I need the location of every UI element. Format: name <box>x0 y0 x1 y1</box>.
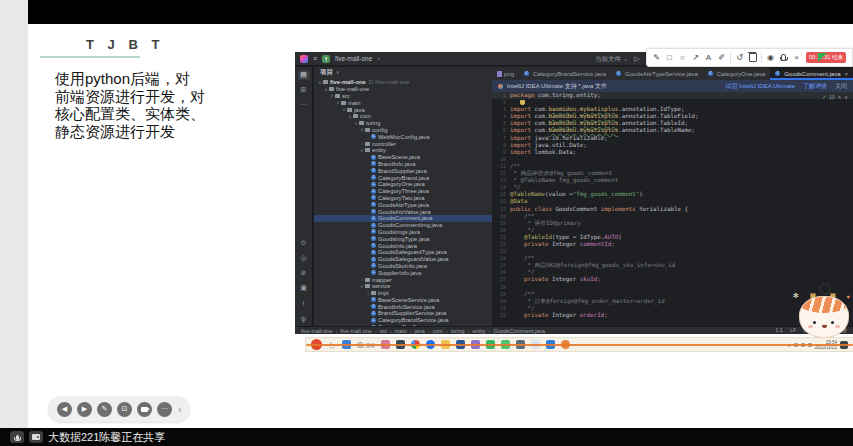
tree-item[interactable]: ∨five-mall-one <box>314 86 492 93</box>
tree-item[interactable]: CGoodsImgType.java <box>314 235 492 242</box>
camera-button[interactable] <box>137 402 152 417</box>
editor-tab[interactable]: CGoodsComment.java× <box>770 67 853 80</box>
tree-item[interactable]: ›impl <box>314 290 492 297</box>
tree-item[interactable]: ∨five-mall-oneD:\five-mall-one <box>314 79 492 86</box>
banner-text: IntelliJ IDEA Ultimate 支持 *.java 文件 <box>507 82 607 91</box>
close-icon[interactable]: × <box>790 53 803 62</box>
branch-tool-icon[interactable]: ψ <box>298 313 310 323</box>
tree-item[interactable]: ∨config <box>314 127 492 134</box>
inspections-widget[interactable]: ✔ 10 ∧ ∨ <box>822 94 848 100</box>
save-icon[interactable]: ◉ <box>764 53 777 62</box>
tree-item[interactable]: ∨src <box>314 93 492 100</box>
chevron-up-icon[interactable]: ∧ <box>838 94 842 100</box>
tree-item[interactable]: CGoodsComment.java <box>314 215 492 222</box>
pen-icon[interactable]: ✎ <box>650 53 663 62</box>
services-tool-icon[interactable]: ◎ <box>298 253 310 263</box>
notifications-tool-icon[interactable]: ! <box>298 298 310 308</box>
class-icon: C <box>371 209 376 214</box>
undo-icon[interactable]: ↺ <box>733 53 746 62</box>
problems-tool-icon[interactable]: ⊘ <box>298 268 310 278</box>
tree-item[interactable]: CGoodsImgs.java <box>314 229 492 236</box>
slide-paragraph: 使用python后端，对前端资源进行开发，对核心配置类、实体类、静态资源进行开发 <box>55 70 233 140</box>
breadcrumb-item[interactable]: five-mall-one <box>301 328 332 334</box>
tree-item[interactable]: ›controller <box>314 140 492 147</box>
terminal-tool-icon[interactable]: ▣ <box>298 283 310 293</box>
project-name[interactable]: five-mall-one <box>335 55 372 62</box>
breadcrumb-item[interactable]: src <box>380 328 387 334</box>
collapse-button[interactable]: ‹ <box>178 403 182 415</box>
tree-item[interactable]: ∨com <box>314 113 492 120</box>
close-icon[interactable]: × <box>845 71 849 77</box>
banner-link[interactable]: 了解详情 <box>803 82 827 91</box>
breadcrumb-item[interactable]: GoodsComment.java <box>493 328 545 334</box>
tree-item[interactable]: ∨entity <box>314 147 492 154</box>
chevron-down-icon[interactable]: ∨ <box>844 94 848 100</box>
mic-button[interactable] <box>10 431 24 443</box>
breadcrumb-item[interactable]: entity <box>472 328 485 334</box>
tree-item[interactable]: CGoodsAttrType.java <box>314 201 492 208</box>
tree-item[interactable]: CBaseScene.java <box>314 154 492 161</box>
next-button[interactable]: ▶ <box>77 402 92 417</box>
mic-icon[interactable] <box>777 54 790 61</box>
tree-item[interactable]: CBaseSceneService.java <box>314 297 492 304</box>
breadcrumb-item[interactable]: five-mall-one <box>340 328 371 334</box>
tree-item[interactable]: CCategoryTwo.java <box>314 195 492 202</box>
breadcrumb-item[interactable]: turing <box>451 328 465 334</box>
intention-bulb-icon[interactable] <box>520 100 525 105</box>
more-tools-icon[interactable]: ⋯ <box>298 100 310 110</box>
tree-item[interactable]: ∨service <box>314 283 492 290</box>
banner-link[interactable]: 试用 IntelliJ IDEA Ultimate <box>725 82 795 91</box>
run-tool-icon[interactable]: ⊙ <box>298 238 310 248</box>
editor-tab[interactable]: CCategoryBrandService.java <box>519 67 611 80</box>
status-widget[interactable]: 1:1 <box>775 327 783 334</box>
arrow-icon[interactable]: ↗ <box>689 53 702 62</box>
project-tool-icon[interactable]: ▤ <box>298 70 310 80</box>
tree-item[interactable]: ∨main <box>314 99 492 106</box>
run-config-selector[interactable]: 当前文件 ∨ ▷ <box>595 52 640 66</box>
code-text: private Integer orderId; <box>510 312 608 319</box>
tree-label: mapper <box>372 277 392 283</box>
folder-icon <box>365 128 370 132</box>
text-icon[interactable]: A <box>702 53 715 62</box>
rectangle-icon[interactable]: □ <box>663 53 676 62</box>
project-pane-header[interactable]: 项目 ∨ <box>314 67 492 78</box>
tree-item[interactable]: CBrandInfo.java <box>314 161 492 168</box>
more-button[interactable]: ⋯ <box>157 402 172 417</box>
run-icon[interactable]: ▷ <box>634 55 639 63</box>
tree-item[interactable]: CBrandSupplier.java <box>314 167 492 174</box>
tree-item[interactable]: CCategoryThree.java <box>314 188 492 195</box>
tree-item[interactable]: CGoodsCommentImg.java <box>314 222 492 229</box>
structure-tool-icon[interactable]: ⊞ <box>298 85 310 95</box>
breadcrumb-item[interactable]: com <box>433 328 443 334</box>
tree-item[interactable]: CGoodsSkuInfo.java <box>314 263 492 270</box>
tree-item[interactable]: CSupplierInfo.java <box>314 269 492 276</box>
class-icon: C <box>371 311 376 316</box>
tree-item[interactable]: ›mapper <box>314 276 492 283</box>
highlighter-icon[interactable]: ✐ <box>715 53 728 62</box>
editor-tab[interactable]: CGoodsAttrTypeService.java <box>611 67 703 80</box>
tree-item[interactable]: CBrandInfoService.java <box>314 303 492 310</box>
tree-item[interactable]: CCategoryOne.java <box>314 181 492 188</box>
tree-item[interactable]: CCategoryBrand.java <box>314 174 492 181</box>
camera-button[interactable] <box>29 431 43 443</box>
tree-item[interactable]: CGoodsSafeguardType.java <box>314 249 492 256</box>
tree-item[interactable]: ∨turing <box>314 120 492 127</box>
previous-button[interactable]: ◀ <box>57 402 72 417</box>
banner-close-link[interactable]: 关闭 <box>835 82 847 91</box>
tree-item[interactable]: CGoodsInfo.java <box>314 242 492 249</box>
tree-item[interactable]: CWebMvcConfig.java <box>314 133 492 140</box>
editor-tab[interactable]: png <box>492 67 519 80</box>
trash-icon[interactable] <box>746 53 759 62</box>
editor-tab[interactable]: CCategoryOne.java <box>703 67 770 80</box>
tree-item[interactable]: ∨java <box>314 106 492 113</box>
tree-item[interactable]: CBrandSupplierService.java <box>314 310 492 317</box>
ellipse-icon[interactable]: ○ <box>676 53 689 62</box>
tree-item[interactable]: CCategoryBrandService.java <box>314 317 492 324</box>
breadcrumb-item[interactable]: main <box>395 328 407 334</box>
capture-button[interactable]: ⊡ <box>117 402 132 417</box>
tree-item[interactable]: CGoodsSafeguardValue.java <box>314 256 492 263</box>
breadcrumb-item[interactable]: java <box>415 328 425 334</box>
tree-item[interactable]: CGoodsAttrValue.java <box>314 208 492 215</box>
main-menu-icon[interactable]: ≡ <box>313 55 317 62</box>
annotate-button[interactable]: ✎ <box>97 402 112 417</box>
